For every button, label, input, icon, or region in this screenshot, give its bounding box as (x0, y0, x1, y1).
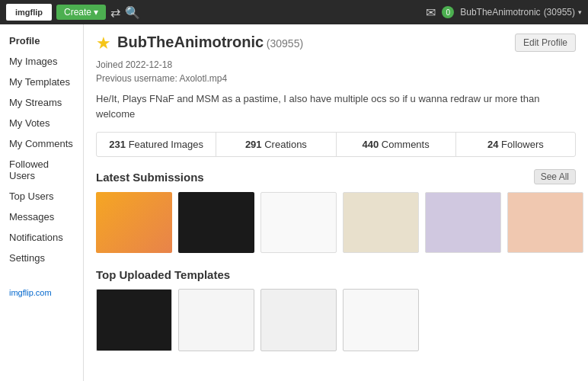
stat-creations-value: 291 (245, 139, 262, 150)
profile-name-block: BubTheAnimotronic (30955) (117, 34, 515, 51)
sidebar-item-my-templates[interactable]: My Templates (0, 72, 83, 92)
submission-thumb-3[interactable] (260, 192, 337, 253)
imgflip-footer-link[interactable]: imgflip.com (9, 288, 74, 297)
page-layout: Profile My Images My Templates My Stream… (0, 24, 588, 381)
user-menu-button[interactable]: BubTheAnimotronic (30955) ▾ (460, 7, 582, 18)
template-thumb-2[interactable] (178, 289, 254, 351)
search-icon[interactable]: 🔍 (125, 5, 140, 20)
mail-icon[interactable]: ✉ (426, 5, 436, 20)
header-left: imgflip Create ▾ ⇄ 🔍 (6, 4, 140, 21)
stat-followers-value: 24 (487, 139, 498, 150)
stat-comments-value: 440 (363, 139, 379, 150)
main-content: ★ BubTheAnimotronic (30955) Edit Profile… (84, 24, 588, 381)
stat-followers-text: Followers (501, 139, 544, 150)
stat-featured-images-value: 231 (109, 139, 126, 150)
submissions-grid (96, 192, 576, 253)
stat-creations-text: Creations (264, 139, 307, 150)
sidebar-item-settings[interactable]: Settings (0, 248, 83, 268)
star-icon: ★ (96, 34, 111, 53)
create-chevron-icon: ▾ (94, 7, 98, 18)
user-menu-chevron-icon: ▾ (578, 8, 582, 16)
sidebar-item-messages[interactable]: Messages (0, 207, 83, 227)
profile-previous-username: Previous username: Axolotl.mp4 (96, 73, 576, 84)
template-thumb-4[interactable] (343, 289, 419, 351)
sidebar-item-followed-users[interactable]: Followed Users (0, 154, 83, 186)
latest-submissions-header: Latest Submissions See All (96, 169, 576, 184)
see-all-button[interactable]: See All (534, 169, 576, 184)
submission-thumb-5[interactable] (425, 192, 501, 253)
sidebar: Profile My Images My Templates My Stream… (0, 24, 84, 381)
notification-badge: 0 (442, 6, 454, 18)
sidebar-item-my-images[interactable]: My Images (0, 51, 83, 72)
top-templates-header: Top Uploaded Templates (96, 268, 576, 281)
submission-thumb-2[interactable] (178, 192, 254, 253)
logo: imgflip (6, 4, 52, 21)
stat-followers: 24 Followers (456, 133, 575, 156)
submission-thumb-1[interactable] (96, 192, 172, 253)
header-username: BubTheAnimotronic (460, 7, 540, 18)
header-right: ✉ 0 BubTheAnimotronic (30955) ▾ (426, 5, 582, 20)
profile-username: BubTheAnimotronic (117, 34, 264, 50)
sidebar-item-top-users[interactable]: Top Users (0, 186, 83, 207)
stat-featured-images: 231 Featured Images (97, 133, 216, 156)
edit-profile-button[interactable]: Edit Profile (515, 34, 576, 52)
submission-thumb-4[interactable] (343, 192, 419, 253)
stat-comments-text: Comments (382, 139, 430, 150)
header: imgflip Create ▾ ⇄ 🔍 ✉ 0 BubTheAnimotron… (0, 0, 588, 24)
sidebar-item-my-comments[interactable]: My Comments (0, 133, 83, 154)
stat-creations: 291 Creations (216, 133, 336, 156)
stats-row: 231 Featured Images 291 Creations 440 Co… (96, 132, 576, 157)
sidebar-item-notifications[interactable]: Notifications (0, 227, 83, 248)
submission-thumb-6[interactable] (507, 192, 583, 253)
random-icon[interactable]: ⇄ (110, 5, 120, 20)
profile-joined: Joined 2022-12-18 (96, 59, 576, 70)
latest-submissions-title: Latest Submissions (96, 171, 204, 184)
sidebar-item-my-streams[interactable]: My Streams (0, 92, 83, 113)
create-button[interactable]: Create ▾ (56, 5, 106, 20)
template-thumb-3[interactable] (260, 289, 337, 351)
profile-bio: He/It, Plays FNaF and MSM as a pastime, … (96, 91, 576, 121)
header-points: (30955) (544, 7, 575, 18)
stat-comments: 440 Comments (337, 133, 456, 156)
create-label: Create (64, 7, 91, 18)
templates-grid (96, 289, 576, 351)
profile-points: (30955) (267, 37, 303, 50)
profile-header: ★ BubTheAnimotronic (30955) Edit Profile (96, 34, 576, 53)
sidebar-item-my-votes[interactable]: My Votes (0, 113, 83, 133)
stat-featured-images-text: Featured Images (129, 139, 203, 150)
template-thumb-1[interactable] (96, 289, 172, 351)
logo-image[interactable]: imgflip (6, 4, 52, 21)
top-templates-title: Top Uploaded Templates (96, 268, 230, 281)
sidebar-item-profile[interactable]: Profile (0, 30, 83, 51)
